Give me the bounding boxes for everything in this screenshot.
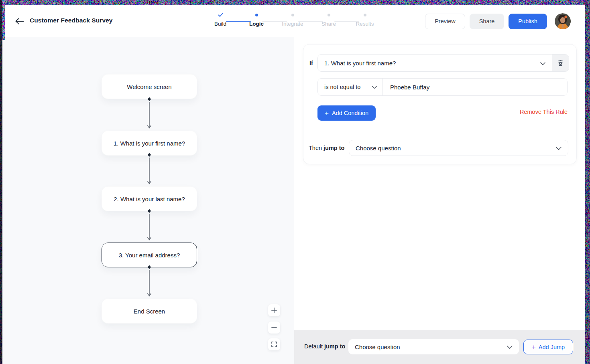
step-label: Build (214, 21, 226, 27)
tab-results[interactable]: Results (347, 12, 383, 27)
default-jump-dropdown-value: Choose question (355, 344, 400, 350)
flow-connector-icon (145, 153, 153, 186)
question-dropdown[interactable]: 1. What is your first name? (318, 55, 552, 71)
top-bar: Customer Feedback Survey Build Logic Int… (2, 5, 585, 37)
screen-noise-top (0, 0, 590, 5)
then-jump-dropdown[interactable]: Choose question (349, 140, 568, 156)
screen-noise-right (585, 0, 590, 364)
tab-integrate[interactable]: Integrate (275, 12, 311, 27)
tab-share[interactable]: Share (311, 12, 347, 27)
fullscreen-icon (271, 342, 277, 347)
remove-rule-button[interactable]: Remove This Rule (520, 109, 568, 115)
add-condition-label: Add Condition (332, 110, 368, 116)
flow-node-question-2[interactable]: 2. What is your last name? (102, 186, 197, 211)
chevron-down-icon (556, 145, 562, 152)
chevron-down-icon (507, 344, 513, 350)
avatar-illustration (555, 13, 571, 29)
logic-panel: If 1. What is your first name? (294, 37, 585, 364)
tab-build[interactable]: Build (202, 12, 238, 27)
step-connector (262, 21, 287, 22)
publish-button[interactable]: Publish (509, 14, 547, 29)
default-jump-bar: Default jump to Choose question + Add Ju… (294, 330, 585, 364)
workflow-stepper: Build Logic Integrate Share Results (202, 12, 383, 27)
default-jump-dropdown[interactable]: Choose question (348, 339, 519, 354)
step-dot-icon (328, 12, 330, 18)
question-dropdown-value: 1. What is your first name? (324, 60, 396, 67)
step-connector (226, 21, 251, 22)
default-jump-label: Default jump to (304, 343, 345, 350)
survey-builder-app: Customer Feedback Survey Build Logic Int… (2, 5, 585, 364)
logic-rule-card: If 1. What is your first name? (303, 44, 577, 164)
user-avatar[interactable] (555, 13, 571, 29)
then-jump-dropdown-value: Choose question (356, 145, 401, 152)
minus-icon (271, 325, 277, 330)
arrow-left-icon (15, 18, 24, 24)
check-icon (218, 12, 223, 18)
main-content: Welcome screen 1. What is your first nam… (2, 37, 585, 364)
step-label: Results (356, 21, 374, 27)
fit-view-button[interactable] (268, 338, 280, 350)
then-jump-row: Then jump to Choose question (309, 140, 568, 156)
step-dot-icon (364, 12, 366, 18)
flow-node-question-3[interactable]: 3. Your email address? (102, 243, 197, 267)
plus-icon: + (325, 110, 329, 117)
add-jump-button[interactable]: + Add Jump (523, 340, 573, 354)
step-label: Share (321, 21, 336, 27)
step-label: Logic (249, 21, 264, 27)
zoom-in-button[interactable] (268, 304, 280, 316)
active-step-dot-icon (255, 12, 258, 18)
preview-button[interactable]: Preview (425, 14, 465, 29)
header-actions: Preview Share Publish (425, 13, 571, 29)
add-condition-button[interactable]: + Add Condition (317, 105, 376, 121)
condition-value-row: is not equal to (317, 78, 568, 96)
operator-dropdown[interactable]: is not equal to (318, 79, 383, 95)
condition-answer-input[interactable] (383, 79, 567, 95)
share-button[interactable]: Share (470, 14, 504, 29)
step-dot-icon (291, 12, 294, 18)
plus-icon (271, 307, 277, 313)
step-connector (298, 21, 323, 22)
flow-connector-icon (145, 97, 153, 131)
operator-dropdown-value: is not equal to (324, 84, 360, 90)
flow-node-question-1[interactable]: 1. What is your first name? (102, 131, 197, 156)
step-label: Integrate (282, 21, 303, 27)
condition-question-row: 1. What is your first name? (317, 54, 569, 72)
plus-icon: + (532, 344, 536, 350)
trash-icon (557, 60, 564, 66)
tab-logic[interactable]: Logic (238, 12, 275, 27)
flow-node-end[interactable]: End Screen (102, 299, 197, 324)
chevron-down-icon (372, 84, 377, 90)
divider (309, 130, 568, 130)
flow-node-welcome[interactable]: Welcome screen (102, 74, 197, 99)
flow-connector-icon (145, 265, 153, 299)
flow-connector-icon (145, 209, 153, 243)
page-title: Customer Feedback Survey (30, 17, 113, 24)
add-jump-label: Add Jump (539, 344, 565, 350)
step-connector (334, 21, 359, 22)
then-jump-label: Then jump to (309, 145, 344, 151)
delete-condition-button[interactable] (552, 55, 569, 71)
chevron-down-icon (540, 60, 545, 67)
zoom-out-button[interactable] (268, 322, 280, 334)
flow-canvas[interactable]: Welcome screen 1. What is your first nam… (2, 37, 294, 364)
back-button[interactable] (14, 16, 25, 26)
if-label: If (309, 54, 313, 72)
